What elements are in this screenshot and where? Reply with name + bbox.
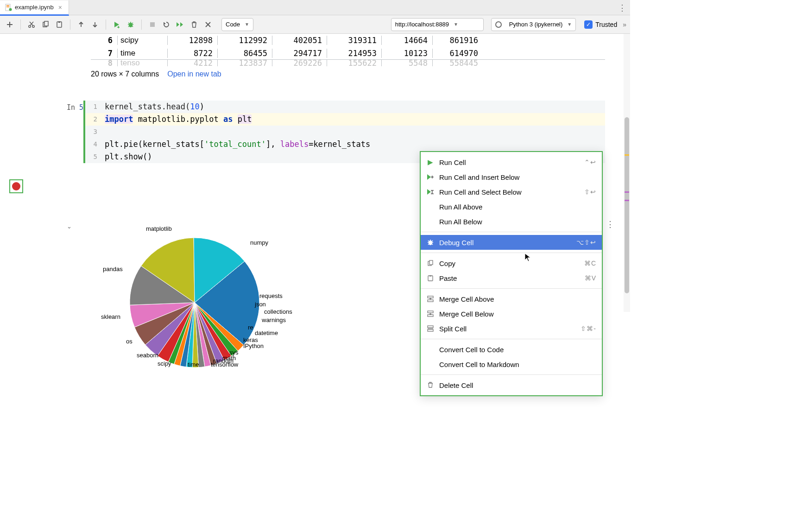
play-icon: ▶ bbox=[426, 158, 435, 166]
menu-delete-cell[interactable]: Delete Cell bbox=[421, 378, 602, 393]
dataframe-footer: 20 rows × 7 columns Open in new tab bbox=[91, 70, 221, 78]
notebook-file-icon bbox=[5, 4, 12, 11]
cut-button[interactable] bbox=[25, 19, 38, 31]
svg-text:time: time bbox=[188, 361, 199, 368]
svg-rect-35 bbox=[431, 190, 434, 191]
pie-chart-output: numpyrequestsjsoncollectionswarningsreda… bbox=[93, 219, 297, 381]
svg-rect-43 bbox=[428, 300, 433, 302]
cell-type-select[interactable]: Code ▼ bbox=[221, 18, 253, 31]
server-label: http://localhost:8889 bbox=[395, 21, 449, 28]
svg-text:pandas: pandas bbox=[103, 266, 123, 272]
svg-rect-9 bbox=[58, 21, 60, 23]
split-icon bbox=[426, 325, 435, 332]
svg-text:matplotlib: matplotlib bbox=[146, 225, 172, 232]
svg-text:IPython: IPython bbox=[243, 342, 264, 349]
paste-icon bbox=[426, 275, 435, 281]
cell-more-icon[interactable]: ⋮ bbox=[606, 219, 614, 229]
play-plus-icon bbox=[426, 174, 435, 180]
cell-prompt: In 5 bbox=[6, 101, 83, 163]
chevron-down-icon: ▼ bbox=[454, 22, 458, 27]
svg-text:json: json bbox=[254, 301, 266, 308]
run-cell-button[interactable] bbox=[111, 19, 123, 31]
svg-text:sklearn: sklearn bbox=[101, 313, 120, 320]
trusted-label: Trusted bbox=[595, 21, 617, 28]
menu-run-select-below[interactable]: Run Cell and Select Below ⇧↩ bbox=[421, 184, 602, 199]
breakpoint-icon bbox=[12, 182, 20, 190]
svg-text:tensorflow: tensorflow bbox=[211, 361, 239, 368]
chevron-down-icon: ▼ bbox=[567, 22, 572, 27]
svg-rect-41 bbox=[429, 275, 431, 277]
svg-rect-7 bbox=[44, 21, 48, 26]
svg-text:os: os bbox=[126, 338, 133, 345]
table-row: 6 scipy 12898 112992 402051 319311 14664… bbox=[91, 34, 605, 47]
kernel-label: Python 3 (ipykernel) bbox=[509, 21, 563, 28]
menu-convert-markdown[interactable]: Convert Cell to Markdown bbox=[421, 357, 602, 372]
trash-icon bbox=[426, 381, 435, 389]
svg-rect-46 bbox=[428, 326, 433, 328]
menu-paste[interactable]: Paste ⌘V bbox=[421, 271, 602, 285]
dataframe-output: 6 scipy 12898 112992 402051 319311 14664… bbox=[91, 34, 605, 66]
tab-close-icon[interactable]: × bbox=[57, 4, 64, 11]
svg-text:warnings: warnings bbox=[261, 317, 286, 323]
menu-copy[interactable]: Copy ⌘C bbox=[421, 256, 602, 271]
notebook-toolbar: Code ▼ http://localhost:8889 ▼ Python 3 … bbox=[0, 15, 630, 34]
copy-button[interactable] bbox=[39, 19, 51, 31]
menu-merge-below[interactable]: Merge Cell Below bbox=[421, 306, 602, 321]
breakpoint-marker[interactable] bbox=[9, 179, 23, 193]
svg-point-3 bbox=[9, 8, 12, 11]
svg-rect-47 bbox=[428, 329, 433, 331]
run-all-button[interactable] bbox=[174, 19, 186, 31]
svg-text:datetime: datetime bbox=[255, 329, 278, 336]
editor-tab[interactable]: example.ipynb × bbox=[0, 0, 69, 16]
svg-rect-39 bbox=[429, 260, 433, 265]
kernel-status-icon bbox=[495, 21, 502, 28]
table-row: 8 tenso 4212 123837 269226 155622 5548 5… bbox=[91, 60, 605, 66]
open-in-new-tab-link[interactable]: Open in new tab bbox=[167, 70, 221, 78]
svg-text:seaborn: seaborn bbox=[137, 352, 158, 359]
chevron-down-icon[interactable]: ⌄ bbox=[67, 223, 72, 230]
server-select[interactable]: http://localhost:8889 ▼ bbox=[391, 18, 484, 31]
svg-text:scipy: scipy bbox=[158, 360, 171, 367]
svg-rect-2 bbox=[6, 6, 9, 7]
clear-output-button[interactable] bbox=[202, 19, 214, 31]
tabs-more-icon[interactable]: ⋮ bbox=[618, 0, 626, 15]
svg-rect-1 bbox=[6, 5, 9, 6]
menu-run-all-above[interactable]: Run All Above bbox=[421, 199, 602, 214]
menu-split-cell[interactable]: Split Cell ⇧⌘- bbox=[421, 321, 602, 336]
checkbox-checked-icon: ✓ bbox=[584, 20, 593, 29]
paste-button[interactable] bbox=[53, 19, 65, 31]
add-cell-button[interactable] bbox=[4, 19, 16, 31]
menu-run-insert-below[interactable]: Run Cell and Insert Below bbox=[421, 170, 602, 184]
svg-rect-11 bbox=[117, 27, 120, 28]
restart-button[interactable] bbox=[160, 19, 172, 31]
menu-run-cell[interactable]: ▶Run Cell ⌃↩ bbox=[421, 155, 602, 170]
svg-rect-44 bbox=[428, 311, 433, 313]
tab-title: example.ipynb bbox=[15, 4, 54, 11]
stop-button[interactable] bbox=[146, 19, 158, 31]
move-down-button[interactable] bbox=[89, 19, 101, 31]
merge-up-icon bbox=[426, 296, 435, 302]
table-row: 7 time 8722 86455 294717 214953 10123 61… bbox=[91, 47, 605, 60]
merge-down-icon bbox=[426, 310, 435, 317]
svg-rect-13 bbox=[150, 22, 155, 27]
toolbar-more-icon[interactable]: » bbox=[623, 21, 626, 28]
cell-context-menu: ▶Run Cell ⌃↩ Run Cell and Insert Below R… bbox=[420, 151, 603, 396]
tab-bar: example.ipynb × ⋮ bbox=[0, 0, 630, 15]
svg-text:numpy: numpy bbox=[250, 239, 269, 246]
delete-cell-button[interactable] bbox=[188, 19, 200, 31]
editor-markers bbox=[624, 34, 630, 358]
menu-merge-above[interactable]: Merge Cell Above bbox=[421, 291, 602, 306]
svg-text:re: re bbox=[248, 324, 253, 331]
debug-button[interactable] bbox=[125, 19, 137, 31]
menu-run-all-below[interactable]: Run All Below bbox=[421, 214, 602, 229]
svg-rect-36 bbox=[431, 194, 434, 195]
menu-debug-cell[interactable]: Debug Cell ⌥⇧↩ bbox=[421, 235, 602, 250]
kernel-select[interactable]: Python 3 (ipykernel) ▼ bbox=[491, 18, 576, 31]
copy-icon bbox=[426, 260, 435, 266]
move-up-button[interactable] bbox=[75, 19, 87, 31]
trusted-toggle[interactable]: ✓ Trusted bbox=[584, 20, 617, 29]
svg-rect-40 bbox=[428, 276, 433, 281]
menu-convert-code[interactable]: Convert Cell to Code bbox=[421, 342, 602, 357]
cell-type-label: Code bbox=[226, 21, 240, 28]
chevron-down-icon: ▼ bbox=[245, 22, 249, 27]
